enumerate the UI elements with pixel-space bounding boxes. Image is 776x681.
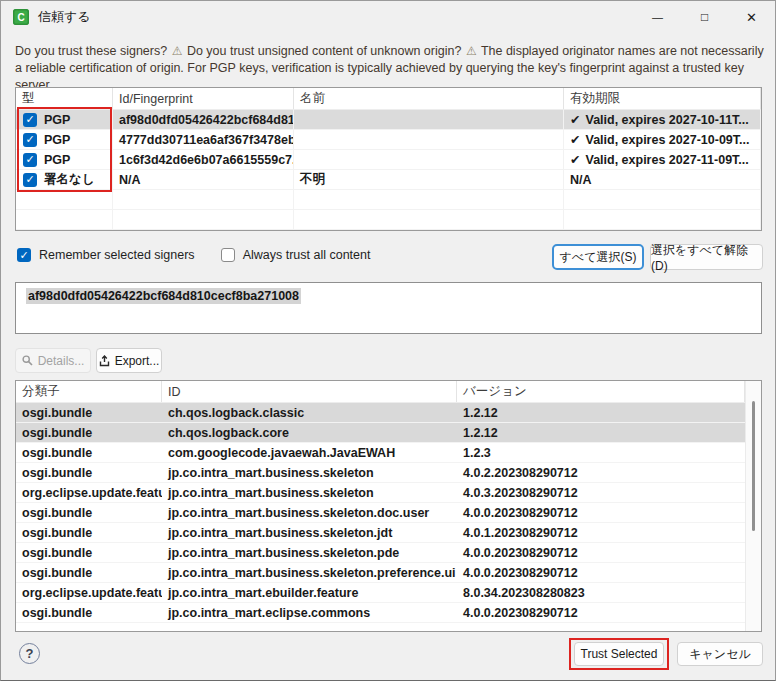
column-header-id[interactable]: ID bbox=[162, 381, 457, 402]
bundle-id: jp.co.intra_mart.business.skeleton bbox=[162, 483, 457, 502]
signer-checkbox[interactable]: ✓ bbox=[23, 133, 37, 147]
bundle-version: 4.0.0.202308290712 bbox=[457, 603, 745, 622]
signer-fingerprint: 1c6f3d42d6e6b07a6615559c7... bbox=[113, 150, 294, 169]
bundle-row[interactable]: osgi.bundle ch.qos.logback.core 1.2.12 bbox=[16, 423, 745, 443]
bundle-classifier: osgi.bundle bbox=[16, 463, 162, 482]
bundle-version: 1.2.12 bbox=[457, 423, 745, 442]
bundle-id: jp.co.intra_mart.business.skeleton.prefe… bbox=[162, 563, 457, 582]
empty-row bbox=[16, 190, 761, 210]
signer-row[interactable]: ✓ PGP 1c6f3d42d6e6b07a6615559c7... ✔Vali… bbox=[16, 150, 761, 170]
signer-validity: ✔Valid, expires 2027-11-09T... bbox=[564, 150, 761, 169]
column-header-type[interactable]: 型 bbox=[16, 88, 113, 109]
always-trust-checkbox[interactable]: Always trust all content bbox=[221, 248, 389, 262]
warning-icon: ⚠ bbox=[465, 44, 478, 58]
bundle-version: 4.0.1.202308290712 bbox=[457, 523, 745, 542]
bundle-classifier: osgi.bundle bbox=[16, 403, 162, 422]
bundle-id: jp.co.intra_mart.business.skeleton.doc.u… bbox=[162, 503, 457, 522]
close-button[interactable]: ✕ bbox=[728, 1, 775, 33]
column-header-classifier[interactable]: 分類子 bbox=[16, 381, 162, 402]
bundle-id: jp.co.intra_mart.ebuilder.feature bbox=[162, 583, 457, 602]
bundle-id: jp.co.intra_mart.business.skeleton.pde bbox=[162, 543, 457, 562]
valid-check-icon: ✔ bbox=[570, 132, 580, 147]
signer-type: 署名なし bbox=[44, 171, 95, 188]
signer-row[interactable]: ✓ PGP 4777dd30711ea6af367f3478eb... ✔Val… bbox=[16, 130, 761, 150]
bundles-scrollbar[interactable] bbox=[745, 381, 761, 631]
signer-fingerprint: N/A bbox=[113, 170, 294, 189]
cancel-button[interactable]: キャンセル bbox=[677, 642, 763, 666]
bundle-classifier: osgi.bundle bbox=[16, 543, 162, 562]
fingerprint-detail-box[interactable]: af98d0dfd05426422bcf684d810cecf8ba271008 bbox=[15, 282, 762, 334]
bundle-row[interactable]: osgi.bundle ch.qos.logback.classic 1.2.1… bbox=[16, 403, 745, 423]
titlebar: C 信頼する — □ ✕ bbox=[1, 1, 775, 33]
bundle-id: jp.co.intra_mart.business.skeleton bbox=[162, 463, 457, 482]
signer-type: PGP bbox=[44, 133, 70, 147]
column-header-version[interactable]: バージョン bbox=[457, 381, 745, 402]
bundle-classifier: osgi.bundle bbox=[16, 423, 162, 442]
bundle-row[interactable]: osgi.bundle jp.co.intra_mart.business.sk… bbox=[16, 523, 745, 543]
bundle-classifier: org.eclipse.update.feature bbox=[16, 483, 162, 502]
maximize-button[interactable]: □ bbox=[681, 1, 728, 33]
valid-check-icon: ✔ bbox=[570, 112, 580, 127]
remember-signers-checkbox[interactable]: ✓ Remember selected signers bbox=[17, 248, 213, 262]
scrollbar-thumb[interactable] bbox=[752, 401, 755, 531]
column-header-name[interactable]: 名前 bbox=[294, 88, 564, 109]
bundle-id: ch.qos.logback.classic bbox=[162, 403, 457, 422]
bundle-row[interactable]: osgi.bundle com.googlecode.javaewah.Java… bbox=[16, 443, 745, 463]
bundle-classifier: osgi.bundle bbox=[16, 443, 162, 462]
valid-check-icon: ✔ bbox=[570, 152, 580, 167]
bundle-row[interactable]: osgi.bundle jp.co.intra_mart.business.sk… bbox=[16, 503, 745, 523]
signer-type: PGP bbox=[44, 113, 70, 127]
signer-checkbox[interactable]: ✓ bbox=[23, 173, 37, 187]
bundle-id: ch.qos.logback.core bbox=[162, 423, 457, 442]
column-header-validity[interactable]: 有効期限 bbox=[564, 88, 761, 109]
checkbox-empty-icon[interactable] bbox=[221, 248, 235, 262]
bundle-row[interactable]: osgi.bundle jp.co.intra_mart.business.sk… bbox=[16, 463, 745, 483]
help-button[interactable]: ? bbox=[19, 643, 40, 664]
options-row: ✓ Remember selected signers Always trust… bbox=[17, 248, 388, 262]
trust-selected-button[interactable]: Trust Selected bbox=[574, 642, 664, 666]
bundle-classifier: osgi.bundle bbox=[16, 523, 162, 542]
signer-name bbox=[294, 150, 564, 169]
bundle-classifier: osgi.bundle bbox=[16, 603, 162, 622]
bundle-row[interactable]: org.eclipse.update.feature jp.co.intra_m… bbox=[16, 483, 745, 503]
bundle-id: com.googlecode.javaewah.JavaEWAH bbox=[162, 443, 457, 462]
select-all-button[interactable]: すべて選択(S) bbox=[552, 244, 644, 270]
signer-row[interactable]: ✓ 署名なし N/A 不明 N/A bbox=[16, 170, 761, 190]
details-button[interactable]: Details... bbox=[15, 348, 91, 373]
bundle-version: 4.0.0.202308290712 bbox=[457, 563, 745, 582]
signer-checkbox[interactable]: ✓ bbox=[23, 153, 37, 167]
message-part1: Do you trust these signers? bbox=[15, 44, 167, 58]
bundle-version: 1.2.3 bbox=[457, 443, 745, 462]
magnifier-icon bbox=[22, 355, 33, 366]
deselect-all-button[interactable]: 選択をすべて解除(D) bbox=[650, 244, 763, 270]
bundle-version: 4.0.2.202308290712 bbox=[457, 463, 745, 482]
signer-validity: N/A bbox=[564, 170, 761, 189]
details-label: Details... bbox=[38, 354, 85, 368]
bundle-row[interactable]: org.eclipse.update.feature jp.co.intra_m… bbox=[16, 583, 745, 603]
trust-dialog: C 信頼する — □ ✕ Do you trust these signers?… bbox=[0, 0, 776, 681]
minimize-button[interactable]: — bbox=[634, 1, 681, 33]
signer-row[interactable]: ✓ PGP af98d0dfd05426422bcf684d81... ✔Val… bbox=[16, 110, 761, 130]
warning-icon: ⚠ bbox=[171, 44, 184, 58]
bundle-row[interactable]: osgi.bundle jp.co.intra_mart.business.sk… bbox=[16, 543, 745, 563]
signer-fingerprint: af98d0dfd05426422bcf684d81... bbox=[113, 110, 294, 129]
bundle-version: 1.2.12 bbox=[457, 403, 745, 422]
fingerprint-value: af98d0dfd05426422bcf684d810cecf8ba271008 bbox=[26, 288, 301, 304]
export-icon bbox=[99, 355, 110, 367]
signers-table-header: 型 Id/Fingerprint 名前 有効期限 bbox=[16, 88, 761, 110]
bundle-classifier: org.eclipse.update.feature bbox=[16, 583, 162, 602]
checkbox-check-icon[interactable]: ✓ bbox=[17, 248, 31, 262]
bundle-classifier: osgi.bundle bbox=[16, 503, 162, 522]
bundle-classifier: osgi.bundle bbox=[16, 563, 162, 582]
bundle-version: 4.0.0.202308290712 bbox=[457, 543, 745, 562]
bundle-row[interactable]: osgi.bundle jp.co.intra_mart.eclipse.com… bbox=[16, 603, 745, 623]
bundle-version: 8.0.34.202308280823 bbox=[457, 583, 745, 602]
always-trust-label: Always trust all content bbox=[243, 248, 371, 262]
signer-validity: ✔Valid, expires 2027-10-11T... bbox=[564, 110, 761, 129]
app-icon: C bbox=[13, 9, 29, 25]
signer-name: 不明 bbox=[294, 170, 564, 189]
export-button[interactable]: Export... bbox=[96, 348, 162, 373]
signer-checkbox[interactable]: ✓ bbox=[23, 113, 37, 127]
bundle-row[interactable]: osgi.bundle jp.co.intra_mart.business.sk… bbox=[16, 563, 745, 583]
column-header-fingerprint[interactable]: Id/Fingerprint bbox=[113, 88, 294, 109]
